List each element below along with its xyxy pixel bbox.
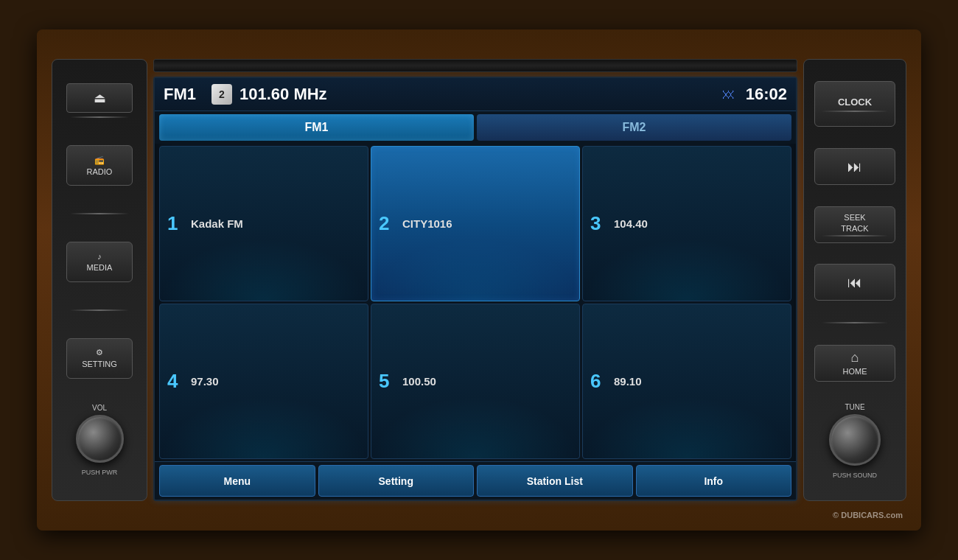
- time-display: 16:02: [743, 85, 787, 104]
- fm1-band-button[interactable]: FM1: [159, 114, 474, 141]
- menu-button[interactable]: Menu: [159, 465, 315, 497]
- seek-forward-button[interactable]: ⏭: [814, 148, 895, 185]
- divider3: [70, 309, 129, 311]
- preset-cell-3[interactable]: 3 104.40: [582, 146, 791, 301]
- home-icon: ⌂: [851, 350, 859, 365]
- preset-name-2: CITY1016: [402, 217, 452, 230]
- clock-label: CLOCK: [838, 97, 872, 108]
- fm-mode-label: FM1: [164, 85, 204, 104]
- eject-button[interactable]: ⏏: [66, 83, 133, 113]
- volume-knob[interactable]: [76, 415, 124, 463]
- watermark: © DUBICARS.com: [833, 511, 903, 519]
- setting-label: SETTING: [82, 360, 117, 368]
- preset-num-3: 3: [590, 212, 606, 235]
- preset-name-6: 89.10: [614, 375, 642, 388]
- preset-num-6: 6: [590, 370, 606, 393]
- preset-num-5: 5: [379, 370, 395, 393]
- push-sound-label: PUSH SOUND: [833, 472, 877, 479]
- preset-name-5: 100.50: [402, 375, 436, 388]
- vol-label: VOL: [92, 404, 107, 412]
- bluetooth-icon: ⯵: [722, 87, 735, 102]
- rewind-icon: ⏮: [847, 274, 862, 291]
- right-panel: CLOCK ⏭ SEEKTRACK ⏮ ⌂ HOME TUNE PU: [803, 59, 906, 501]
- clock-button[interactable]: CLOCK: [814, 81, 895, 127]
- radio-icon: 📻: [94, 155, 105, 165]
- radio-label: RADIO: [87, 167, 113, 176]
- head-unit: ⏏ 📻 RADIO ♪ MEDIA ⚙ SETTING VOL PUSH PWR: [52, 44, 906, 516]
- seek-track-label: SEEKTRACK: [841, 212, 868, 234]
- presets-row-2: 4 97.30 5 100.50 6 89.10: [159, 304, 791, 459]
- radio-button[interactable]: 📻 RADIO: [66, 145, 133, 186]
- main-display: FM1 2 101.60 MHz ⯵ 16:02 FM1 FM2 1: [153, 77, 797, 501]
- divider2: [70, 213, 129, 214]
- seek-forward-icon: ⏭: [847, 158, 862, 175]
- cd-slot: [153, 59, 797, 72]
- panel-divider: [822, 322, 888, 323]
- divider: [70, 116, 129, 118]
- unit-wrapper: ⏏ 📻 RADIO ♪ MEDIA ⚙ SETTING VOL PUSH PWR: [37, 29, 921, 531]
- bottom-buttons: Menu Setting Station List Info: [155, 461, 796, 500]
- seek-divider: [822, 235, 888, 237]
- vol-group: VOL PUSH PWR: [76, 404, 124, 476]
- setting-button[interactable]: ⚙ SETTING: [66, 338, 133, 379]
- info-button[interactable]: Info: [636, 465, 792, 497]
- rewind-button[interactable]: ⏮: [814, 264, 895, 301]
- tune-knob[interactable]: [829, 414, 881, 466]
- media-button[interactable]: ♪ MEDIA: [66, 242, 133, 282]
- eject-group: ⏏: [66, 83, 133, 119]
- push-pwr-label: PUSH PWR: [82, 469, 118, 476]
- station-list-button[interactable]: Station List: [477, 465, 633, 497]
- home-label: HOME: [843, 367, 867, 376]
- preset-num-2: 2: [379, 212, 395, 235]
- preset-num-1: 1: [167, 212, 183, 235]
- preset-cell-6[interactable]: 6 89.10: [582, 304, 791, 459]
- preset-name-1: Kadak FM: [191, 217, 243, 230]
- preset-badge: 2: [211, 84, 232, 105]
- preset-cell-4[interactable]: 4 97.30: [159, 304, 368, 459]
- presets-grid: 1 Kadak FM 2 CITY1016 3 104.40: [155, 144, 796, 461]
- tune-group: TUNE PUSH SOUND: [829, 403, 881, 479]
- clock-divider: [822, 111, 888, 112]
- preset-cell-5[interactable]: 5 100.50: [371, 304, 580, 459]
- home-button[interactable]: ⌂ HOME: [814, 345, 895, 382]
- seek-track-button[interactable]: SEEKTRACK: [814, 206, 895, 243]
- preset-cell-2[interactable]: 2 CITY1016: [371, 146, 580, 301]
- preset-name-4: 97.30: [191, 375, 219, 388]
- frequency-display: 101.60 MHz: [240, 85, 715, 104]
- preset-name-3: 104.40: [614, 217, 648, 230]
- preset-num-4: 4: [167, 370, 183, 393]
- band-selector: FM1 FM2: [155, 111, 796, 144]
- left-panel: ⏏ 📻 RADIO ♪ MEDIA ⚙ SETTING VOL PUSH PWR: [52, 59, 147, 501]
- fm2-band-button[interactable]: FM2: [477, 114, 791, 141]
- tune-label: TUNE: [845, 403, 864, 411]
- setting-display-button[interactable]: Setting: [318, 465, 475, 497]
- presets-row-1: 1 Kadak FM 2 CITY1016 3 104.40: [159, 146, 791, 301]
- display-topbar: FM1 2 101.60 MHz ⯵ 16:02: [155, 78, 796, 111]
- gear-icon: ⚙: [96, 348, 103, 357]
- media-label: MEDIA: [87, 263, 113, 272]
- preset-cell-1[interactable]: 1 Kadak FM: [159, 146, 368, 301]
- center-section: FM1 2 101.60 MHz ⯵ 16:02 FM1 FM2 1: [153, 59, 797, 501]
- media-icon: ♪: [97, 252, 102, 261]
